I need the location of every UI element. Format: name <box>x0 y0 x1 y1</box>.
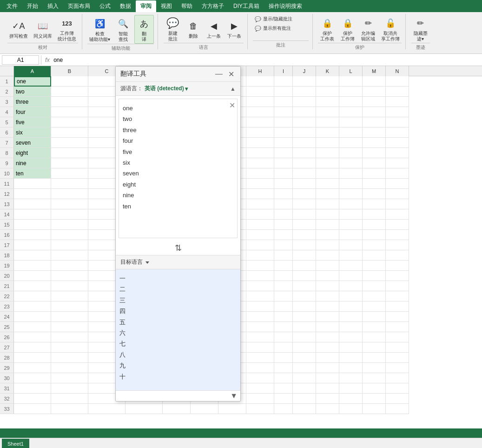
cell-l25[interactable] <box>339 322 363 332</box>
cell-l20[interactable] <box>339 271 363 281</box>
cell-h16[interactable] <box>246 230 274 240</box>
cell-m25[interactable] <box>363 322 386 332</box>
menu-review[interactable]: 审阅 <box>136 0 156 12</box>
cell-n9[interactable] <box>386 158 409 168</box>
cell-l14[interactable] <box>339 209 363 220</box>
cell-k1[interactable] <box>316 76 339 87</box>
cell-l3[interactable] <box>339 97 363 107</box>
cell-h19[interactable] <box>246 261 274 271</box>
cell-m15[interactable] <box>363 220 386 230</box>
cell-l6[interactable] <box>339 127 363 138</box>
scroll-down-button[interactable]: ▼ <box>230 392 238 400</box>
cell-k20[interactable] <box>316 271 339 281</box>
menu-search[interactable]: 操作说明搜索 <box>264 0 307 12</box>
cell-i32[interactable] <box>274 394 293 404</box>
cell-b28[interactable] <box>51 353 88 363</box>
cell-b19[interactable] <box>51 261 88 271</box>
cell-n2[interactable] <box>386 87 409 97</box>
cell-i29[interactable] <box>274 363 293 373</box>
cell-i17[interactable] <box>274 240 293 250</box>
cell-m19[interactable] <box>363 261 386 271</box>
cell-l23[interactable] <box>339 301 363 312</box>
cell-m8[interactable] <box>363 148 386 158</box>
cell-n12[interactable] <box>386 189 409 199</box>
cell-j18[interactable] <box>293 250 316 261</box>
cell-n5[interactable] <box>386 117 409 127</box>
cell-h17[interactable] <box>246 240 274 250</box>
cell-a7[interactable]: seven <box>14 138 51 148</box>
col-header-b[interactable]: B <box>51 66 88 76</box>
cell-j21[interactable] <box>293 281 316 291</box>
cell-i2[interactable] <box>274 87 293 97</box>
cell-b9[interactable] <box>51 158 88 168</box>
cell-b10[interactable] <box>51 168 88 179</box>
cell-j14[interactable] <box>293 209 316 220</box>
cell-m17[interactable] <box>363 240 386 250</box>
cell-j9[interactable] <box>293 158 316 168</box>
cell-j7[interactable] <box>293 138 316 148</box>
ribbon-btn-accessibility-check[interactable]: ♿ 检查辅助功能▾ <box>87 15 112 43</box>
cell-n27[interactable] <box>386 342 409 353</box>
cell-m7[interactable] <box>363 138 386 148</box>
cell-n10[interactable] <box>386 168 409 179</box>
cell-a13[interactable] <box>14 199 51 209</box>
cell-m11[interactable] <box>363 179 386 189</box>
menu-help[interactable]: 帮助 <box>177 0 197 12</box>
cell-i10[interactable] <box>274 168 293 179</box>
cell-j29[interactable] <box>293 363 316 373</box>
cell-j3[interactable] <box>293 97 316 107</box>
cell-b11[interactable] <box>51 179 88 189</box>
cell-k14[interactable] <box>316 209 339 220</box>
source-language-selector[interactable]: 英语 (detected) ▾ <box>145 85 188 93</box>
cell-l13[interactable] <box>339 199 363 209</box>
cell-l28[interactable] <box>339 353 363 363</box>
ribbon-btn-unshare-workbook[interactable]: 🔓 取消共享工作簿 <box>379 15 402 43</box>
cell-a19[interactable] <box>14 261 51 271</box>
cell-m1[interactable] <box>363 76 386 87</box>
ribbon-btn-protect-sheet[interactable]: 🔒 保护工作表 <box>318 15 337 43</box>
cell-l32[interactable] <box>339 394 363 404</box>
menu-data[interactable]: 数据 <box>115 0 136 12</box>
cell-h11[interactable] <box>246 179 274 189</box>
cell-m23[interactable] <box>363 301 386 312</box>
cell-b13[interactable] <box>51 199 88 209</box>
cell-h28[interactable] <box>246 353 274 363</box>
ribbon-btn-show-hide-comment[interactable]: 💬 显示/隐藏批注 <box>253 15 309 23</box>
menu-file[interactable]: 文件 <box>2 0 22 12</box>
cell-h3[interactable] <box>246 97 274 107</box>
cell-b30[interactable] <box>51 373 88 383</box>
cell-j15[interactable] <box>293 220 316 230</box>
cell-k21[interactable] <box>316 281 339 291</box>
close-button[interactable]: ✕ <box>226 69 236 79</box>
cell-m9[interactable] <box>363 158 386 168</box>
cell-m24[interactable] <box>363 312 386 322</box>
ribbon-btn-translate[interactable]: あ 翻译 <box>134 15 154 44</box>
cell-l21[interactable] <box>339 281 363 291</box>
cell-n7[interactable] <box>386 138 409 148</box>
cell-a29[interactable] <box>14 363 51 373</box>
cell-j26[interactable] <box>293 332 316 342</box>
cell-b12[interactable] <box>51 189 88 199</box>
cell-k27[interactable] <box>316 342 339 353</box>
cell-l30[interactable] <box>339 373 363 383</box>
cell-j19[interactable] <box>293 261 316 271</box>
cell-i5[interactable] <box>274 117 293 127</box>
ribbon-btn-thesaurus[interactable]: 📖 同义词库 <box>32 18 54 40</box>
cell-a15[interactable] <box>14 220 51 230</box>
cell-j8[interactable] <box>293 148 316 158</box>
cell-j16[interactable] <box>293 230 316 240</box>
scroll-up-button[interactable]: ▲ <box>230 86 236 92</box>
cell-n15[interactable] <box>386 220 409 230</box>
cell-i20[interactable] <box>274 271 293 281</box>
cell-i9[interactable] <box>274 158 293 168</box>
cell-n23[interactable] <box>386 301 409 312</box>
cell-m20[interactable] <box>363 271 386 281</box>
ribbon-tabs[interactable]: 文件 开始 插入 页面布局 公式 数据 审阅 视图 帮助 方方格子 DIY工具箱… <box>0 0 482 12</box>
cell-a2[interactable]: two <box>14 87 51 97</box>
cell-k19[interactable] <box>316 261 339 271</box>
menu-formula[interactable]: 公式 <box>95 0 115 12</box>
cell-i33[interactable] <box>274 404 293 414</box>
cell-b29[interactable] <box>51 363 88 373</box>
menu-insert[interactable]: 插入 <box>43 0 63 12</box>
cell-n17[interactable] <box>386 240 409 250</box>
